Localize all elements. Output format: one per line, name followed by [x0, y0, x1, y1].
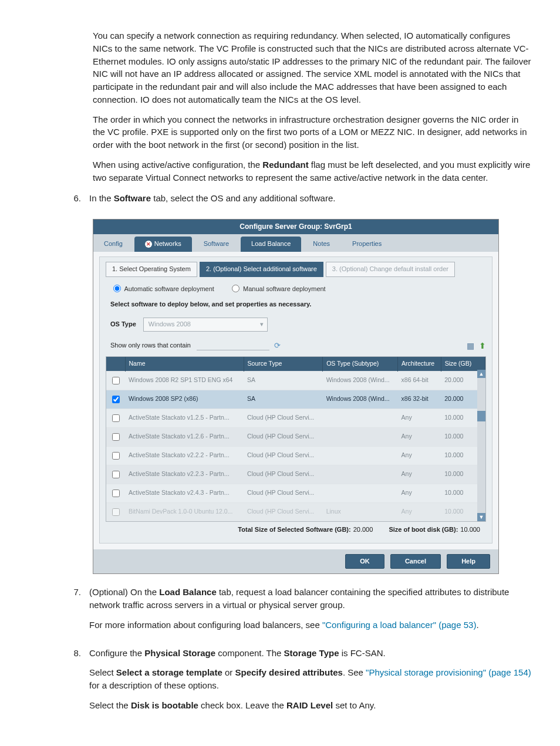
table-row[interactable]: ActiveState Stackato v2.2.3 - Partn... C… — [106, 465, 485, 484]
cell: Windows 2008 (Wind... — [323, 371, 398, 390]
radio-manual-deploy[interactable] — [232, 285, 239, 292]
text: set to Any. — [333, 700, 376, 710]
text: Select — [89, 667, 116, 677]
table-row[interactable]: ActiveState Stackato v1.2.5 - Partn... C… — [106, 409, 485, 427]
cell: Any — [398, 502, 441, 521]
text: When using active/active configuration, … — [93, 160, 262, 170]
cell: Windows 2008 SP2 (x86) — [125, 390, 244, 409]
table-row[interactable]: BitNami DevPack 1.0-0 Ubuntu 12.0... Clo… — [106, 502, 485, 521]
configure-server-group-dialog: Configure Server Group: SvrGrp1 Config ✕… — [93, 219, 499, 574]
cell: Linux — [323, 502, 398, 521]
scroll-up-icon[interactable]: ▲ — [477, 370, 485, 378]
col-size[interactable]: Size (GB) — [441, 357, 485, 371]
tab-config[interactable]: Config — [93, 237, 133, 252]
help-button[interactable]: Help — [447, 554, 490, 569]
cell: ActiveState Stackato v2.4.3 - Partn... — [125, 484, 244, 502]
software-table: Name Source Type OS Type (Subtype) Archi… — [106, 356, 486, 521]
row-checkbox[interactable] — [112, 508, 120, 516]
instruction-text: Select software to deploy below, and set… — [110, 300, 486, 309]
steptab-additional-software[interactable]: 2. (Optional) Select additional software — [200, 262, 323, 277]
text: check box. Leave the — [198, 700, 286, 710]
filter-input[interactable] — [197, 342, 269, 350]
step-8: 8. Configure the Physical Storage compon… — [65, 647, 532, 719]
cell: Any — [398, 446, 441, 465]
table-row[interactable]: Windows 2008 SP2 (x86) SA Windows 2008 (… — [106, 390, 485, 409]
tab-load-balance[interactable]: Load Balance — [241, 237, 301, 252]
cell: Cloud (HP Cloud Servi... — [244, 446, 323, 465]
row-checkbox[interactable] — [112, 471, 120, 478]
cell: Any — [398, 484, 441, 502]
boot-disk-label: Size of boot disk (GB): — [389, 526, 458, 533]
bold: Load Balance — [159, 587, 217, 597]
text: . See — [343, 667, 366, 677]
cell: Cloud (HP Cloud Servi... — [244, 409, 323, 427]
row-checkbox[interactable] — [112, 414, 120, 422]
text: tab, select the OS and any additional so… — [151, 193, 335, 203]
steptab-install-order[interactable]: 3. (Optional) Change default install ord… — [326, 262, 455, 277]
body-paragraph: The order in which you connect the netwo… — [93, 113, 532, 151]
text: is FC-SAN. — [339, 648, 386, 658]
body-paragraph: When using active/active configuration, … — [93, 158, 532, 184]
cross-ref-link[interactable]: "Configuring a load balancer" (page 53) — [322, 620, 477, 630]
row-checkbox[interactable] — [112, 452, 120, 460]
text: component. The — [215, 648, 284, 658]
cell: ActiveState Stackato v2.2.3 - Partn... — [125, 465, 244, 484]
tab-notes[interactable]: Notes — [302, 237, 340, 252]
text: or — [222, 667, 235, 677]
scroll-thumb[interactable] — [477, 411, 485, 421]
step-7: 7. (Optional) On the Load Balance tab, r… — [65, 586, 532, 638]
cell: Any — [398, 409, 441, 427]
cancel-button[interactable]: Cancel — [390, 554, 441, 569]
table-row[interactable]: ActiveState Stackato v2.4.3 - Partn... C… — [106, 484, 485, 502]
refresh-icon[interactable]: ⟳ — [274, 340, 281, 352]
table-row[interactable]: Windows 2008 R2 SP1 STD ENG x64 SA Windo… — [106, 371, 485, 390]
col-ostype[interactable]: OS Type (Subtype) — [323, 357, 398, 371]
scrollbar[interactable]: ▲ ▼ — [477, 370, 485, 521]
cell — [323, 427, 398, 446]
export-icon[interactable]: ⬆ — [479, 340, 486, 352]
grid-icon[interactable]: ▦ — [467, 340, 474, 352]
bold: RAID Level — [286, 700, 333, 710]
radio-auto-deploy[interactable] — [113, 285, 121, 292]
col-source[interactable]: Source Type — [244, 357, 323, 371]
step-number: 6. — [65, 192, 89, 212]
text: In the — [89, 193, 114, 203]
bold: Disk is bootable — [131, 700, 198, 710]
table-row[interactable]: ActiveState Stackato v2.2.2 - Partn... C… — [106, 446, 485, 465]
row-checkbox[interactable] — [112, 396, 120, 403]
cell — [323, 446, 398, 465]
text: . — [476, 620, 478, 630]
cross-ref-link[interactable]: "Physical storage provisioning" (page 15… — [366, 667, 531, 677]
bold: Specify desired attributes — [235, 667, 342, 677]
tab-software[interactable]: Software — [193, 237, 239, 252]
bold: Storage Type — [284, 648, 339, 658]
tab-properties[interactable]: Properties — [342, 237, 392, 252]
col-name[interactable]: Name — [125, 357, 244, 371]
step-6: 6. In the Software tab, select the OS an… — [65, 192, 532, 212]
step-number: 8. — [65, 647, 89, 719]
col-arch[interactable]: Architecture — [398, 357, 441, 371]
tab-networks[interactable]: ✕Networks — [134, 237, 192, 252]
os-type-select[interactable]: Windows 2008 — [143, 318, 268, 332]
cell: ActiveState Stackato v2.2.2 - Partn... — [125, 446, 244, 465]
error-icon: ✕ — [145, 241, 152, 248]
bold: Software — [114, 193, 151, 203]
table-row[interactable]: ActiveState Stackato v1.2.6 - Partn... C… — [106, 427, 485, 446]
steptab-select-os[interactable]: 1. Select Operating System — [106, 262, 197, 277]
scroll-down-icon[interactable]: ▼ — [477, 513, 485, 521]
cell: Any — [398, 465, 441, 484]
cell: Cloud (HP Cloud Servi... — [244, 484, 323, 502]
radio-label: Automatic software deployment — [124, 285, 214, 292]
top-tab-bar: Config ✕Networks Software Load Balance N… — [93, 234, 498, 252]
boot-disk-value: 10.000 — [460, 526, 480, 533]
cell: x86 32-bit — [398, 390, 441, 409]
row-checkbox[interactable] — [112, 433, 120, 441]
radio-label: Manual software deployment — [243, 285, 326, 292]
row-checkbox[interactable] — [112, 490, 120, 497]
bold: Redundant — [262, 160, 308, 170]
dialog-title: Configure Server Group: SvrGrp1 — [93, 220, 498, 234]
ok-button[interactable]: OK — [345, 554, 384, 569]
step-number: 7. — [65, 586, 89, 638]
row-checkbox[interactable] — [112, 377, 120, 384]
cell: x86 64-bit — [398, 371, 441, 390]
